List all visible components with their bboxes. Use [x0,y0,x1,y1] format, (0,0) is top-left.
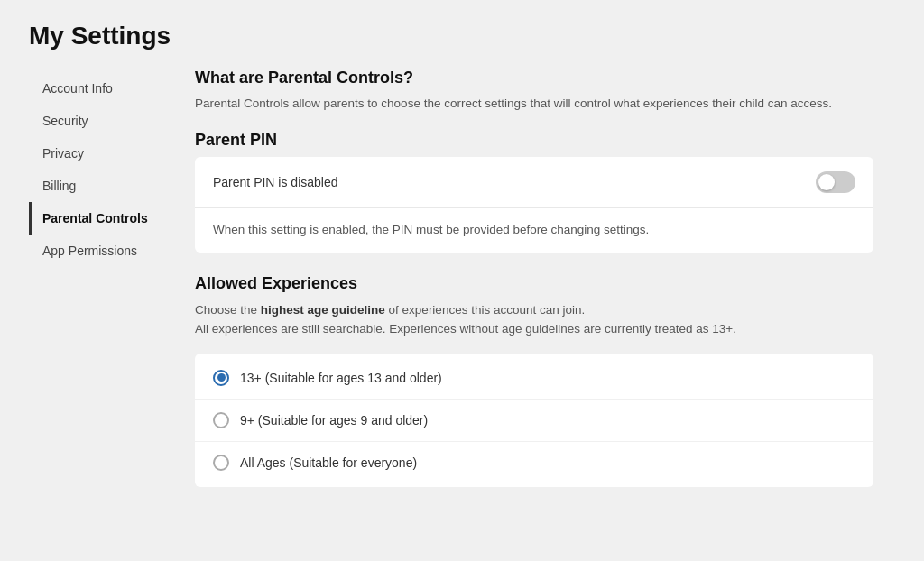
parent-pin-toggle[interactable] [816,171,855,193]
sidebar-item-app-permissions[interactable]: App Permissions [29,235,173,267]
radio-option-13plus[interactable]: 13+ (Suitable for ages 13 and older) [195,357,873,400]
what-section-description: Parental Controls allow parents to choos… [195,95,873,113]
allowed-experiences-title: Allowed Experiences [195,274,873,293]
radio-options-card: 13+ (Suitable for ages 13 and older)9+ (… [195,354,873,487]
allowed-desc-bold: highest age guideline [261,303,385,317]
allowed-desc-line2: All experiences are still searchable. Ex… [195,322,736,336]
radio-label-9plus: 9+ (Suitable for ages 9 and older) [240,413,428,428]
radio-option-allages[interactable]: All Ages (Suitable for everyone) [195,442,873,483]
parent-pin-title: Parent PIN [195,131,873,150]
toggle-slider [816,171,855,193]
page-title: My Settings [29,22,895,51]
sidebar-item-privacy[interactable]: Privacy [29,137,173,170]
allowed-experiences-section: Allowed Experiences Choose the highest a… [195,274,873,487]
parent-pin-row: Parent PIN is disabled [195,157,873,207]
allowed-experiences-description: Choose the highest age guideline of expe… [195,300,873,339]
radio-circle-13plus [213,370,229,386]
what-section: What are Parental Controls? Parental Con… [195,69,873,113]
radio-circle-allages [213,455,229,471]
radio-label-13plus: 13+ (Suitable for ages 13 and older) [240,371,442,385]
parent-pin-note: When this setting is enabled, the PIN mu… [195,208,873,252]
radio-circle-9plus [213,412,229,428]
parent-pin-card: Parent PIN is disabled When this setting… [195,157,873,252]
sidebar-item-billing[interactable]: Billing [29,170,173,202]
radio-option-9plus[interactable]: 9+ (Suitable for ages 9 and older) [195,400,873,442]
sidebar-item-parental-controls[interactable]: Parental Controls [29,202,173,235]
allowed-desc-rest: of experiences this account can join. [385,303,585,317]
sidebar-item-security[interactable]: Security [29,105,173,137]
sidebar: Account InfoSecurityPrivacyBillingParent… [29,69,173,487]
allowed-desc-plain: Choose the [195,303,261,317]
parent-pin-label: Parent PIN is disabled [213,175,338,189]
what-section-title: What are Parental Controls? [195,69,873,87]
radio-label-allages: All Ages (Suitable for everyone) [240,455,417,470]
parent-pin-section: Parent PIN Parent PIN is disabled When t… [195,131,873,252]
main-content: What are Parental Controls? Parental Con… [173,69,895,487]
sidebar-item-account-info[interactable]: Account Info [29,72,173,105]
